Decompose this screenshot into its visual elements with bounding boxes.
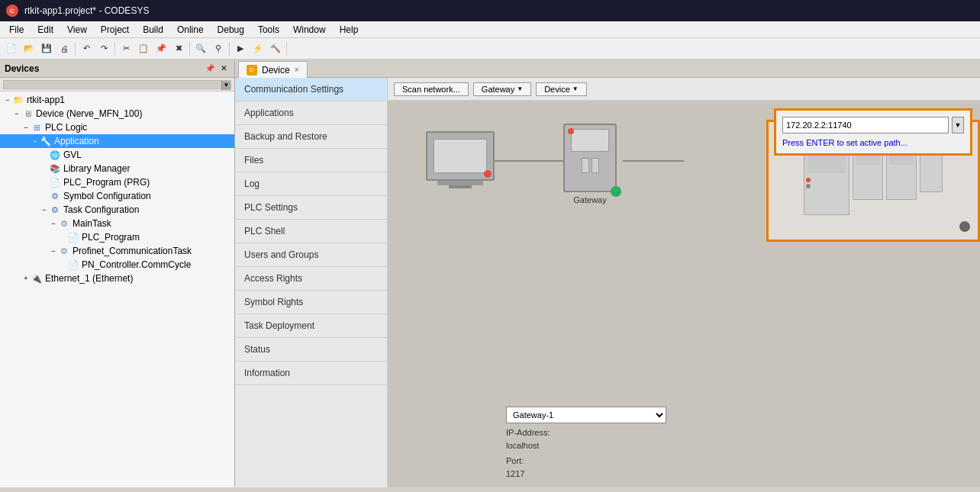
- tree-item-root[interactable]: − 📁 rtkit-app1: [0, 93, 234, 107]
- menu-item-debug[interactable]: Debug: [211, 23, 250, 37]
- nav-log[interactable]: Log: [235, 172, 387, 196]
- tree-item-plclogic[interactable]: − ⊞ PLC Logic: [0, 121, 234, 134]
- save-btn[interactable]: 💾: [38, 40, 55, 57]
- pin-icon[interactable]: 📌: [204, 63, 216, 75]
- devices-header-icons: 📌 ✕: [204, 63, 230, 75]
- menu-item-view[interactable]: View: [61, 23, 93, 37]
- nav-plc-shell[interactable]: PLC Shell: [235, 220, 387, 243]
- devices-panel: Devices 📌 ✕ ▼ − 📁 rtkit-app1 − 🖥: [0, 59, 235, 487]
- menu-item-help[interactable]: Help: [334, 23, 365, 37]
- tree-label-symconfig: Symbol Configuration: [63, 191, 151, 201]
- device-btn[interactable]: Device ▼: [536, 82, 587, 96]
- nav-applications[interactable]: Applications: [235, 101, 387, 125]
- close-panel-icon[interactable]: ✕: [218, 63, 230, 75]
- tree-expand-libmgr: [40, 164, 49, 173]
- tree-item-maintask[interactable]: − ⚙ MainTask: [0, 217, 234, 230]
- tree-icon-plcprg: 📄: [49, 176, 61, 188]
- nav-access-rights[interactable]: Access Rights: [235, 267, 387, 291]
- tree-icon-application: 🔧: [40, 135, 52, 147]
- tree-expand-application[interactable]: −: [31, 137, 40, 146]
- tree-item-libmgr[interactable]: 📚 Library Manager: [0, 162, 234, 175]
- tree-item-profinet[interactable]: − ⚙ Profinet_CommunicationTask: [0, 244, 234, 258]
- scroll-down-btn[interactable]: ▼: [221, 81, 230, 90]
- path-dropdown-arrow[interactable]: ▼: [952, 117, 964, 133]
- nav-communication-settings[interactable]: Communication Settings: [235, 78, 387, 101]
- undo-btn[interactable]: ↶: [78, 40, 95, 57]
- plc-leds: [804, 176, 849, 190]
- titlebar: C rtkit-app1.project* - CODESYS: [0, 0, 980, 21]
- scroll-track[interactable]: ▼: [3, 80, 231, 89]
- gateway-dropdown-arrow: ▼: [517, 85, 523, 92]
- scan-network-btn[interactable]: Scan network...: [394, 82, 469, 96]
- tree-expand-plclogic[interactable]: −: [21, 123, 31, 132]
- sep5: [286, 42, 287, 56]
- nav-task-deployment[interactable]: Task Deployment: [235, 314, 387, 338]
- paste-btn[interactable]: 📌: [153, 40, 169, 57]
- tree-icon-taskconfig: ⚙: [49, 204, 61, 216]
- computer-screen: [434, 139, 487, 173]
- build3-btn[interactable]: 🔨: [267, 40, 284, 57]
- nav-plc-settings[interactable]: PLC Settings: [235, 196, 387, 220]
- tree-item-plcprg[interactable]: 📄 PLC_Program (PRG): [0, 175, 234, 189]
- open-btn[interactable]: 📂: [21, 40, 37, 57]
- tree-expand-profinet[interactable]: −: [49, 246, 58, 256]
- nav-status[interactable]: Status: [235, 338, 387, 362]
- menu-item-project[interactable]: Project: [95, 23, 135, 37]
- tree-label-plclogic: PLC Logic: [45, 122, 87, 133]
- build2-btn[interactable]: ⚡: [250, 40, 266, 57]
- tree-item-gvl[interactable]: 🌐 GVL: [0, 148, 234, 162]
- tree-expand-taskconfig[interactable]: −: [40, 205, 49, 214]
- tree-item-application[interactable]: − 🔧 Application: [0, 134, 234, 148]
- tree-icon-gvl: 🌐: [49, 149, 61, 161]
- gateway-btn[interactable]: Gateway ▼: [473, 82, 531, 96]
- menu-item-file[interactable]: File: [3, 23, 30, 37]
- menu-item-window[interactable]: Window: [287, 23, 332, 37]
- tree-expand-symconfig: [40, 191, 49, 201]
- tree-icon-root: 📁: [12, 94, 24, 106]
- tree-item-device[interactable]: − 🖥 Device (Nerve_MFN_100): [0, 107, 234, 121]
- tree-icon-plcprogram: 📄: [67, 231, 79, 243]
- nav-information[interactable]: Information: [235, 362, 387, 385]
- tree-expand-maintask[interactable]: −: [49, 219, 58, 228]
- print-btn[interactable]: 🖨: [56, 40, 73, 57]
- tree-expand-ethernet[interactable]: +: [21, 274, 31, 283]
- gateway-select[interactable]: Gateway-1: [506, 407, 666, 423]
- find-btn[interactable]: 🔍: [192, 40, 209, 57]
- tree-expand-device[interactable]: −: [12, 109, 21, 118]
- tree-expand-pnctrl: [58, 260, 67, 269]
- tree-expand-root[interactable]: −: [3, 95, 12, 105]
- cut-btn[interactable]: ✂: [118, 40, 134, 57]
- tree-label-pnctrl: PN_Controller.CommCycle: [82, 259, 191, 270]
- menu-item-online[interactable]: Online: [171, 23, 210, 37]
- tree-item-plcprogram[interactable]: 📄 PLC_Program: [0, 230, 234, 244]
- nav-symbol-rights[interactable]: Symbol Rights: [235, 291, 387, 314]
- device-tab[interactable]: D Device ×: [238, 61, 308, 78]
- nav-files[interactable]: Files: [235, 149, 387, 172]
- gateway-slot-1: [582, 158, 589, 173]
- menu-item-build[interactable]: Build: [137, 23, 169, 37]
- find2-btn[interactable]: ⚲: [210, 40, 227, 57]
- menu-item-edit[interactable]: Edit: [31, 23, 60, 37]
- redo-btn[interactable]: ↷: [95, 40, 112, 57]
- build-btn[interactable]: ▶: [232, 40, 249, 57]
- tree-label-application: Application: [54, 136, 99, 146]
- plc-inner: [804, 146, 943, 215]
- tree-item-symconfig[interactable]: ⚙ Symbol Configuration: [0, 189, 234, 203]
- device-tab-close[interactable]: ×: [295, 66, 299, 74]
- copy-btn[interactable]: 📋: [135, 40, 152, 57]
- tree-label-libmgr: Library Manager: [63, 163, 130, 174]
- tree-icon-libmgr: 📚: [49, 162, 61, 175]
- toolbar: 📄 📂 💾 🖨 ↶ ↷ ✂ 📋 📌 ✖ 🔍 ⚲ ▶ ⚡ 🔨: [0, 38, 980, 59]
- tree-item-pnctrl[interactable]: 📄 PN_Controller.CommCycle: [0, 258, 234, 272]
- path-input[interactable]: [782, 117, 949, 133]
- tree-item-taskconfig[interactable]: − ⚙ Task Configuration: [0, 203, 234, 217]
- delete-btn[interactable]: ✖: [170, 40, 187, 57]
- nav-users-groups[interactable]: Users and Groups: [235, 243, 387, 267]
- new-btn[interactable]: 📄: [3, 40, 20, 57]
- tree-label-profinet: Profinet_CommunicationTask: [73, 246, 192, 256]
- menu-item-tools[interactable]: Tools: [252, 23, 285, 37]
- tree-item-ethernet[interactable]: + 🔌 Ethernet_1 (Ethernet): [0, 272, 234, 285]
- nav-backup-restore[interactable]: Backup and Restore: [235, 125, 387, 149]
- gateway-screen: [571, 129, 609, 152]
- tree-label-device: Device (Nerve_MFN_100): [36, 108, 142, 119]
